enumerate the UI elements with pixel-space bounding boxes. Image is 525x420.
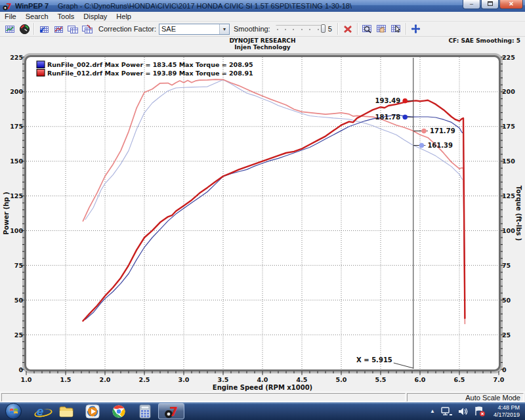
menu-bar: File Search Tools Display Help: [0, 12, 525, 22]
chevron-down-icon[interactable]: ▾: [219, 24, 229, 34]
clock-time: 4:48 PM: [494, 404, 520, 411]
marker-dot[interactable]: [422, 129, 427, 133]
menu-display[interactable]: Display: [79, 12, 112, 20]
y-tick-label-left: 75: [14, 262, 23, 269]
pan-graph-icon[interactable]: [375, 22, 389, 35]
x-tick-label: 1.0: [21, 376, 32, 383]
taskbar-calculator-icon[interactable]: [132, 403, 158, 419]
marker-value-label: 181.78: [375, 114, 401, 121]
chart-title: DYNOJET RESEARCH: [229, 37, 295, 44]
windows-flag-icon: [9, 407, 18, 415]
x-tick-label: 2.5: [139, 376, 150, 383]
window-title-app: WinPEP 7: [15, 2, 49, 10]
correction-factor-label: Correction Factor:: [98, 25, 156, 33]
x-tick-label: 3.5: [218, 376, 229, 383]
menu-help[interactable]: Help: [112, 12, 136, 20]
center-graph-icon[interactable]: [409, 22, 423, 35]
chart-subtitle: Injen Technology: [234, 44, 291, 51]
x-tick-label: 1.5: [60, 376, 72, 383]
network-icon[interactable]: [440, 406, 453, 417]
start-button[interactable]: [5, 403, 22, 419]
y-tick-label-left: 125: [10, 192, 23, 200]
system-tray: ▲ 4:48 PM 4/17/2019: [427, 404, 524, 419]
close-button[interactable]: ✕: [499, 0, 523, 9]
taskbar: e 7 ▲ 4:48 PM 4/17/2019: [0, 402, 525, 420]
y-tick-label-left: 100: [10, 227, 23, 234]
legend-label: RunFile_012.drf Max Power = 193.89 Max T…: [47, 70, 253, 77]
marker-value-label: 161.39: [427, 142, 453, 149]
title-bar: 7 WinPEP 7Graph - C:\DynoRuns\HONDA\CIVI…: [0, 0, 525, 12]
volume-icon[interactable]: [457, 406, 469, 417]
window-controls: – ✕: [462, 0, 523, 9]
toolbar-separator: [337, 23, 339, 35]
taskbar-explorer-icon[interactable]: [53, 403, 79, 419]
menu-search[interactable]: Search: [21, 12, 53, 20]
winpep-taskbar-icon: 7: [164, 404, 178, 419]
correction-factor-value: SAE: [159, 25, 219, 33]
x-axis-title: Engine Speed (RPM x1000): [213, 384, 312, 391]
taskbar-chrome-icon[interactable]: [106, 403, 132, 419]
smoothing-slider[interactable]: [276, 24, 326, 34]
x-tick-label: 5.0: [336, 376, 347, 383]
legend-swatch: [37, 61, 45, 68]
graph-panel: 1.01.52.02.53.03.54.04.55.05.56.06.57.00…: [0, 37, 525, 392]
smoothing-value: 5: [328, 25, 332, 33]
graph-runs-icon[interactable]: [37, 22, 51, 35]
y-tick-label-right: 175: [502, 123, 515, 130]
toolbar-separator: [357, 23, 358, 35]
x-tick-label: 7.0: [494, 376, 505, 383]
marker-value-label: 193.49: [375, 97, 401, 104]
status-panel-left: [1, 393, 406, 402]
taskbar-media-player-icon[interactable]: [79, 403, 106, 419]
slider-ticks: [277, 29, 319, 30]
y-axis-title-left: Power (hp ): [3, 192, 10, 235]
gauge-icon[interactable]: [17, 22, 32, 35]
y-tick-label-left: 150: [10, 158, 23, 165]
toolbar-separator: [406, 23, 407, 35]
maximize-button[interactable]: [481, 0, 499, 9]
menu-tools[interactable]: Tools: [53, 12, 79, 20]
y-tick-label-left: 225: [10, 54, 23, 61]
correction-smoothing-note: CF: SAE Smoothing: 5: [448, 37, 520, 44]
x-tick-label: 6.5: [454, 376, 465, 383]
y-tick-label-right: 200: [502, 88, 515, 95]
taskbar-clock[interactable]: 4:48 PM 4/17/2019: [494, 404, 520, 419]
marker-dot[interactable]: [403, 115, 408, 119]
slider-thumb[interactable]: [321, 24, 326, 33]
legend-label: RunFile_002.drf Max Power = 183.45 Max T…: [47, 61, 253, 68]
graph-overlay-icon[interactable]: [51, 22, 66, 35]
taskbar-ie-icon[interactable]: e: [27, 403, 53, 419]
y-tick-label-right: 225: [502, 54, 515, 61]
winpep-app-icon: 7: [3, 2, 12, 10]
delete-graph-icon[interactable]: [341, 22, 355, 35]
correction-factor-select[interactable]: SAE ▾: [159, 24, 230, 35]
status-bar: Auto Scale Mode: [0, 392, 525, 402]
x-tick-label: 2.0: [100, 376, 111, 383]
graph-compare-icon[interactable]: [66, 22, 80, 35]
zoom-graph-icon[interactable]: [360, 22, 375, 35]
y-tick-label-right: 75: [502, 262, 511, 269]
menu-file[interactable]: File: [0, 12, 21, 20]
dyno-chart[interactable]: 1.01.52.02.53.03.54.04.55.05.56.06.57.00…: [0, 37, 525, 392]
x-tick-label: 4.5: [297, 376, 308, 383]
action-center-flag-icon[interactable]: [473, 406, 486, 417]
taskbar-winpep-button[interactable]: 7: [158, 403, 184, 419]
toolbar: Correction Factor: SAE ▾ Smoothing: 5: [0, 22, 525, 37]
x-tick-label: 3.0: [178, 376, 190, 383]
graph-grid-icon[interactable]: [3, 22, 17, 35]
minimize-button[interactable]: –: [463, 0, 480, 9]
x-tick-label: 5.5: [375, 376, 387, 383]
status-scale-mode: Auto Scale Mode: [407, 393, 524, 402]
x-tick-label: 6.0: [415, 376, 426, 383]
marker-dot[interactable]: [403, 98, 408, 103]
tray-expand-icon[interactable]: ▲: [427, 408, 438, 414]
graph-multi-icon[interactable]: [80, 22, 94, 35]
y-tick-label-right: 50: [502, 297, 511, 304]
window-title: WinPEP 7Graph - C:\DynoRuns\HONDA\CIVIC\…: [15, 2, 352, 10]
y-axis-title-right: Torque (ft-lbs ): [515, 186, 522, 241]
legend-swatch: [37, 70, 45, 77]
maximize-icon: [488, 1, 493, 6]
pick-graph-icon[interactable]: [389, 22, 404, 35]
marker-dot[interactable]: [419, 143, 424, 148]
svg-text:7: 7: [6, 2, 11, 10]
